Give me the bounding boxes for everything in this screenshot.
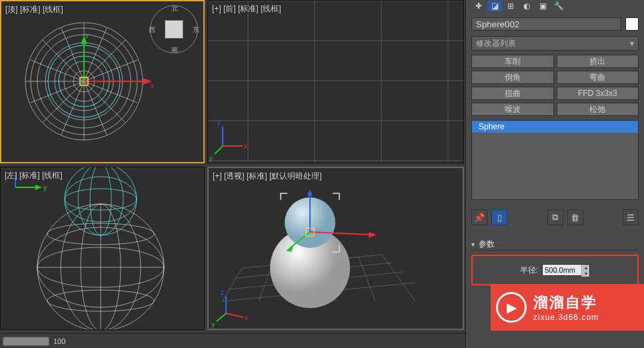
remove-modifier-icon[interactable]: 🗑 — [567, 209, 583, 225]
watermark: ▶ 溜溜自学 zixue.3d66.com — [491, 284, 644, 331]
timeline[interactable]: 100 — [0, 333, 465, 348]
modifier-stack-item[interactable]: Sphere — [472, 121, 638, 133]
svg-text:x: x — [151, 82, 154, 89]
modifier-buttons: 车削 挤出 倒角 弯曲 扭曲 FFD 3x3x3 噪波 松弛 — [471, 55, 639, 116]
watermark-url: zixue.3d66.com — [533, 313, 599, 322]
show-end-result-icon[interactable]: ▯ — [491, 209, 507, 225]
tab-modify-icon[interactable]: ◪ — [487, 1, 502, 11]
mod-btn-lathe[interactable]: 车削 — [471, 55, 554, 68]
tab-motion-icon[interactable]: ◐ — [519, 1, 534, 11]
spinner-arrows[interactable]: ▴▾ — [581, 265, 589, 275]
tab-hierarchy-icon[interactable]: ⊞ — [503, 1, 518, 11]
mod-btn-bend[interactable]: 弯曲 — [557, 71, 639, 84]
radius-label: 半径: — [520, 265, 538, 276]
chevron-down-icon: ▾ — [630, 39, 634, 48]
params-rollout-title: 参数 — [479, 239, 495, 250]
svg-line-37 — [215, 146, 223, 154]
svg-line-78 — [226, 313, 243, 317]
modifier-stack-tools: 📌 ▯ ⧉ 🗑 ☰ — [471, 208, 639, 227]
svg-text:z: z — [217, 119, 221, 126]
svg-marker-70 — [307, 189, 313, 196]
svg-text:z: z — [221, 289, 224, 296]
tab-create-icon[interactable]: ✚ — [471, 1, 486, 11]
radius-spinner[interactable]: 500.0mm ▴▾ — [542, 264, 590, 276]
mod-btn-noise[interactable]: 噪波 — [471, 103, 554, 116]
svg-text:y: y — [85, 31, 89, 39]
make-unique-icon[interactable]: ⧉ — [547, 209, 563, 225]
mod-btn-extrude[interactable]: 挤出 — [557, 55, 639, 68]
tab-utilities-icon[interactable]: 🔧 — [551, 1, 566, 11]
timeline-slider[interactable] — [3, 337, 49, 346]
viewcube-east: 东 — [193, 25, 199, 35]
svg-marker-55 — [35, 185, 42, 190]
modifier-list-label: 修改器列表 — [476, 38, 516, 49]
object-color-swatch[interactable] — [625, 17, 639, 31]
viewport-left[interactable]: [左] [标准] [线框] y — [0, 167, 205, 330]
viewcube[interactable]: 北 南 东 西 — [150, 5, 198, 53]
viewport-top-label: [顶] [标准] [线框] — [5, 4, 63, 15]
viewcube-south: 南 — [171, 45, 178, 55]
svg-line-66 — [382, 255, 415, 301]
mod-btn-twist[interactable]: 扭曲 — [471, 87, 554, 100]
viewcube-west: 西 — [149, 25, 155, 35]
svg-text:x: x — [244, 143, 247, 150]
svg-line-65 — [359, 257, 375, 301]
viewport-front[interactable]: [+] [前] [标准] [线框] z x y — [207, 0, 464, 163]
command-panel-tabs: ✚ ◪ ⊞ ◐ ▣ 🔧 — [466, 0, 644, 12]
viewport-persp-label: [+] [透视] [标准] [默认明暗处理] — [213, 171, 322, 182]
configure-sets-icon[interactable]: ☰ — [623, 209, 639, 225]
viewport-persp-canvas: z x y — [209, 168, 463, 329]
params-rollout-header[interactable]: 参数 — [471, 239, 639, 251]
timeline-frame: 100 — [53, 337, 65, 345]
viewcube-north: 北 — [171, 4, 178, 13]
pin-stack-icon[interactable]: 📌 — [471, 209, 487, 225]
svg-text:y: y — [43, 184, 47, 191]
svg-text:y: y — [211, 321, 215, 328]
mod-btn-bevel[interactable]: 倒角 — [471, 71, 554, 84]
svg-text:x: x — [245, 314, 248, 321]
viewport-left-canvas: y — [1, 167, 204, 329]
watermark-title: 溜溜自学 — [533, 293, 599, 313]
viewport-front-canvas: z x y — [208, 1, 463, 163]
modifier-stack[interactable]: Sphere — [471, 120, 639, 200]
viewport-left-label: [左] [标准] [线框] — [5, 170, 63, 181]
mod-btn-ffd[interactable]: FFD 3x3x3 — [557, 87, 639, 100]
radius-parameter-row: 半径: 500.0mm ▴▾ — [471, 255, 639, 285]
viewport-top[interactable]: [顶] [标准] [线框] 北 南 东 西 y x — [0, 0, 205, 163]
modifier-list-dropdown[interactable]: 修改器列表 ▾ — [471, 36, 639, 51]
viewport-perspective[interactable]: [+] [透视] [标准] [默认明暗处理] — [207, 167, 464, 330]
tab-display-icon[interactable]: ▣ — [535, 1, 550, 11]
svg-line-61 — [222, 268, 242, 301]
object-name-input[interactable] — [471, 17, 621, 31]
svg-line-80 — [217, 313, 226, 321]
svg-line-62 — [259, 265, 272, 301]
svg-marker-72 — [369, 232, 377, 238]
mod-btn-relax[interactable]: 松弛 — [557, 103, 639, 116]
svg-text:y: y — [209, 155, 213, 162]
viewport-front-label: [+] [前] [标准] [线框] — [212, 3, 281, 15]
play-icon: ▶ — [496, 292, 527, 323]
radius-value: 500.0mm — [545, 266, 575, 274]
